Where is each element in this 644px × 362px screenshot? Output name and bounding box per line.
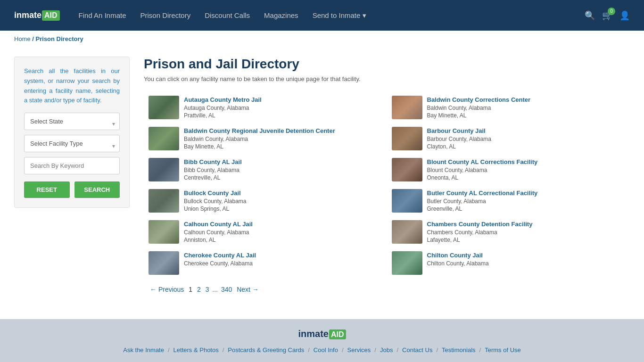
- pagination-page-1: 1: [189, 286, 194, 293]
- footer-separator: /: [342, 346, 344, 354]
- footer-links: Ask the Inmate/Letters & Photos/Postcard…: [14, 346, 630, 354]
- user-icon[interactable]: 👤: [619, 10, 630, 21]
- directory-title: Prison and Jail Directory: [144, 57, 630, 72]
- breadcrumb-home[interactable]: Home: [14, 35, 31, 42]
- facility-county: Autauga County, Alabama: [184, 104, 382, 112]
- nav-prison-directory[interactable]: Prison Directory: [140, 11, 191, 19]
- pagination-ellipsis: ...: [212, 286, 220, 293]
- facility-item[interactable]: Chilton County Jail Chilton County, Alab…: [387, 247, 630, 279]
- search-icon[interactable]: 🔍: [585, 10, 595, 21]
- facility-name[interactable]: Bibb County AL Jail: [184, 158, 382, 166]
- facility-thumb: [392, 96, 422, 119]
- facility-county: Bullock County, Alabama: [184, 197, 382, 206]
- footer-link-6[interactable]: Contact Us: [402, 346, 432, 354]
- footer-logo: inmateAID: [14, 329, 630, 339]
- state-dropdown-wrapper: Select State: [24, 113, 120, 135]
- footer-link-4[interactable]: Services: [347, 346, 371, 354]
- facility-city: Bay Minette, AL: [184, 143, 382, 150]
- facility-info: Bibb County AL Jail Bibb County, Alabama…: [184, 158, 382, 181]
- facility-county: Baldwin County, Alabama: [184, 135, 382, 143]
- facility-info: Chilton County Jail Chilton County, Alab…: [427, 251, 626, 268]
- reset-button[interactable]: RESET: [24, 181, 70, 198]
- nav-send-to-inmate[interactable]: Send to Inmate ▾: [313, 11, 366, 20]
- facility-item[interactable]: Chambers County Detention Facility Chamb…: [387, 216, 630, 247]
- facility-city: Union Springs, AL: [184, 206, 382, 212]
- facility-name[interactable]: Barbour County Jail: [427, 127, 626, 135]
- facility-city: Greenville, AL: [427, 206, 626, 212]
- facility-item[interactable]: Baldwin County Corrections Center Baldwi…: [387, 92, 630, 123]
- footer-separator: /: [308, 346, 310, 354]
- facility-thumb: [392, 220, 422, 244]
- facility-type-select[interactable]: Select Facility Type: [24, 135, 120, 152]
- pagination-page-2[interactable]: 2: [197, 286, 203, 293]
- footer-link-1[interactable]: Letters & Photos: [173, 346, 219, 354]
- footer-link-7[interactable]: Testimonials: [442, 346, 476, 354]
- facility-county: Blount County, Alabama: [427, 166, 626, 174]
- pagination-prev[interactable]: ← Previous: [150, 286, 184, 293]
- pagination-page-3[interactable]: 3: [206, 286, 211, 293]
- search-button[interactable]: SEARCH: [74, 181, 120, 198]
- nav-magazines[interactable]: Magazines: [264, 11, 298, 19]
- facility-item[interactable]: Barbour County Jail Barbour County, Alab…: [387, 123, 630, 154]
- facility-city: Anniston, AL: [184, 237, 382, 243]
- facility-thumb: [149, 220, 179, 244]
- breadcrumb-separator: /: [32, 35, 35, 42]
- facility-info: Autauga County Metro Jail Autauga County…: [184, 96, 382, 119]
- facility-info: Blount County AL Corrections Facility Bl…: [427, 158, 626, 181]
- pagination-page-340[interactable]: 340: [221, 286, 234, 293]
- facility-name[interactable]: Cherokee County AL Jail: [184, 251, 382, 260]
- facility-item[interactable]: Bibb County AL Jail Bibb County, Alabama…: [144, 154, 387, 185]
- logo[interactable]: inmateAID: [14, 10, 60, 21]
- facility-name[interactable]: Calhoun County AL Jail: [184, 220, 382, 229]
- facility-name[interactable]: Baldwin County Corrections Center: [427, 96, 626, 104]
- facility-item[interactable]: Cherokee County AL Jail Cherokee County,…: [144, 247, 387, 279]
- header: inmateAID Find An Inmate Prison Director…: [0, 0, 644, 31]
- facility-thumb: [149, 189, 179, 213]
- keyword-input[interactable]: [24, 157, 120, 174]
- facility-item[interactable]: Baldwin County Regional Juvenile Detenti…: [144, 123, 387, 154]
- breadcrumb-current: Prison Directory: [36, 35, 83, 42]
- facilities-grid: Autauga County Metro Jail Autauga County…: [144, 92, 630, 279]
- facility-info: Chambers County Detention Facility Chamb…: [427, 220, 626, 243]
- facility-thumb: [392, 251, 422, 275]
- nav-discount-calls[interactable]: Discount Calls: [205, 11, 250, 19]
- facility-name[interactable]: Autauga County Metro Jail: [184, 96, 382, 104]
- footer-link-5[interactable]: Jobs: [380, 346, 393, 354]
- facility-name[interactable]: Blount County AL Corrections Facility: [427, 158, 626, 166]
- facility-name[interactable]: Chilton County Jail: [427, 251, 626, 260]
- facility-county: Calhoun County, Alabama: [184, 229, 382, 237]
- footer-link-3[interactable]: Cool Info: [314, 346, 338, 354]
- directory-subtitle: You can click on any facility name to be…: [144, 75, 630, 82]
- footer-separator: /: [168, 346, 170, 354]
- facility-item[interactable]: Calhoun County AL Jail Calhoun County, A…: [144, 216, 387, 247]
- state-select[interactable]: Select State: [24, 113, 120, 130]
- facility-name[interactable]: Butler County AL Correctional Facility: [427, 189, 626, 197]
- facility-name[interactable]: Chambers County Detention Facility: [427, 220, 626, 229]
- pagination-next[interactable]: Next →: [237, 286, 259, 293]
- main-nav: Find An Inmate Prison Directory Discount…: [79, 11, 585, 20]
- facility-county: Chambers County, Alabama: [427, 229, 626, 237]
- footer-link-0[interactable]: Ask the Inmate: [123, 346, 164, 354]
- footer-link-8[interactable]: Terms of Use: [485, 346, 521, 354]
- breadcrumb: Home / Prison Directory: [0, 31, 644, 47]
- facility-thumb: [149, 158, 179, 181]
- facility-thumb: [392, 189, 422, 213]
- facility-thumb: [392, 158, 422, 181]
- facility-info: Calhoun County AL Jail Calhoun County, A…: [184, 220, 382, 243]
- facility-info: Baldwin County Corrections Center Baldwi…: [427, 96, 626, 119]
- facility-city: Centreville, AL: [184, 174, 382, 181]
- facility-info: Bullock County Jail Bullock County, Alab…: [184, 189, 382, 212]
- facility-county: Barbour County, Alabama: [427, 135, 626, 143]
- footer-link-2[interactable]: Postcards & Greeting Cards: [228, 346, 304, 354]
- facility-thumb: [149, 96, 179, 119]
- facility-item[interactable]: Butler County AL Correctional Facility B…: [387, 185, 630, 216]
- facility-item[interactable]: Blount County AL Corrections Facility Bl…: [387, 154, 630, 185]
- facility-name[interactable]: Bullock County Jail: [184, 189, 382, 197]
- pagination: ← Previous 1 2 3 ... 340 Next →: [144, 279, 630, 300]
- facility-item[interactable]: Bullock County Jail Bullock County, Alab…: [144, 185, 387, 216]
- facility-thumb: [392, 127, 422, 150]
- cart-icon[interactable]: 🛒 0: [602, 10, 612, 21]
- facility-name[interactable]: Baldwin County Regional Juvenile Detenti…: [184, 127, 382, 135]
- nav-find-inmate[interactable]: Find An Inmate: [79, 11, 126, 19]
- facility-item[interactable]: Autauga County Metro Jail Autauga County…: [144, 92, 387, 123]
